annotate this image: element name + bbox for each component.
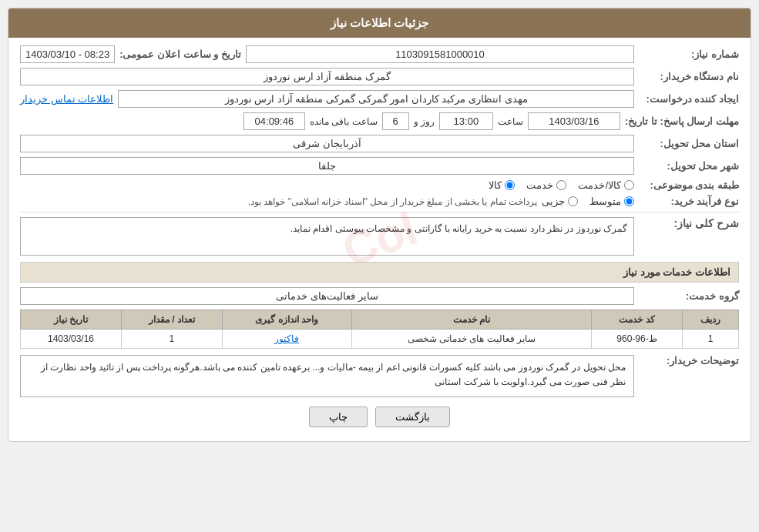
col-header-unit: واحد اندازه گیری <box>222 310 351 330</box>
main-container: جزئیات اطلاعات نیاز Col شماره نیاز: 1103… <box>8 8 751 442</box>
deadline-row: مهلت ارسال پاسخ: تا تاریخ: 1403/03/16 سا… <box>20 112 739 130</box>
content-area: Col شماره نیاز: 1103091581000010 تاریخ و… <box>8 38 751 441</box>
province-label: استان محل تحویل: <box>639 138 739 149</box>
deadline-time: 13:00 <box>439 112 493 130</box>
process-radio-group: متوسط جزیی <box>542 196 634 207</box>
category-row: طبقه بندی موضوعی: کالا/خدمت خدمت کالا <box>20 179 739 191</box>
services-table: ردیف کد خدمت نام خدمت واحد اندازه گیری ت… <box>20 309 739 349</box>
need-number-row: شماره نیاز: 1103091581000010 تاریخ و ساع… <box>20 45 739 63</box>
cell-row-num: 1 <box>682 330 738 349</box>
buyer-org-row: نام دستگاه خریدار: گمرک منطقه آزاد ارس ن… <box>20 68 739 85</box>
need-description-text: گمرک نوردوز در نظر دارد نسبت به خرید رای… <box>20 217 634 256</box>
cell-service-code: ط-96-960 <box>592 330 683 349</box>
category-radio-group: کالا/خدمت خدمت کالا <box>489 179 634 191</box>
category-label-goods: کالا <box>489 179 502 191</box>
deadline-days-label: روز و <box>414 116 435 127</box>
announce-label: تاریخ و ساعت اعلان عمومی: <box>119 49 241 60</box>
col-header-service-code: کد خدمت <box>592 310 683 330</box>
creator-row: ایجاد کننده درخواست: مهدی انتظاری مرکبد … <box>20 90 739 108</box>
category-label-service: خدمت <box>526 179 553 191</box>
cell-unit[interactable]: فاکتور <box>222 330 351 349</box>
process-radio-minor[interactable] <box>568 196 578 206</box>
creator-value: مهدی انتظاری مرکبد کاردان امور گمرکی گمر… <box>118 90 634 108</box>
service-group-value: سایر فعالیت‌های خدماتی <box>20 287 634 305</box>
need-number-value: 1103091581000010 <box>246 45 634 63</box>
col-header-date: تاریخ نیاز <box>21 310 122 330</box>
city-value: جلفا <box>20 157 634 175</box>
buyer-notes-row: توضیحات خریدار: محل تحویل در گمرک نوردوز… <box>20 355 739 397</box>
process-option-medium[interactable]: متوسط <box>589 196 634 207</box>
process-note: پرداخت تمام یا بخشی از مبلغ خریدار از مح… <box>248 196 537 207</box>
page-title: جزئیات اطلاعات نیاز <box>8 8 751 38</box>
buyer-notes-label: توضیحات خریدار: <box>639 355 739 366</box>
category-option-goods-services[interactable]: کالا/خدمت <box>578 179 634 191</box>
print-button[interactable]: چاپ <box>309 407 368 427</box>
deadline-days: 6 <box>382 112 409 130</box>
section-divider-1 <box>20 212 739 212</box>
services-section-title: اطلاعات خدمات مورد نیاز <box>20 262 739 283</box>
process-label: نوع فرآیند خرید: <box>639 196 739 207</box>
process-option-minor[interactable]: جزیی <box>542 196 578 207</box>
cell-date: 1403/03/16 <box>21 330 122 349</box>
need-description-section-title: شرح کلی نیاز: <box>639 217 739 229</box>
contact-link[interactable]: اطلاعات تماس خریدار <box>20 93 113 105</box>
deadline-label: مهلت ارسال پاسخ: تا تاریخ: <box>625 115 739 127</box>
service-group-label: گروه خدمت: <box>639 290 739 302</box>
category-radio-goods-services[interactable] <box>624 180 634 190</box>
col-header-service-name: نام خدمت <box>351 310 592 330</box>
need-number-label: شماره نیاز: <box>639 49 739 60</box>
remaining-time: 04:09:46 <box>243 112 305 130</box>
col-header-row-num: ردیف <box>682 310 738 330</box>
city-label: شهر محل تحویل: <box>639 160 739 172</box>
category-radio-goods[interactable] <box>505 180 515 190</box>
need-description-row: شرح کلی نیاز: گمرک نوردوز در نظر دارد نس… <box>20 217 739 256</box>
table-header-row: ردیف کد خدمت نام خدمت واحد اندازه گیری ت… <box>21 310 739 330</box>
buyer-org-value: گمرک منطقه آزاد ارس نوردوز <box>20 68 634 85</box>
category-option-goods[interactable]: کالا <box>489 179 515 191</box>
creator-label: ایجاد کننده درخواست: <box>639 93 739 105</box>
buyer-notes-text: محل تحویل در گمرک نوردوز می باشد کلیه کس… <box>20 355 634 397</box>
process-radio-medium[interactable] <box>624 196 634 206</box>
category-radio-service[interactable] <box>556 180 566 190</box>
deadline-date: 1403/03/16 <box>528 112 620 130</box>
table-row: 1 ط-96-960 سایر فعالیت های خدماتی شخصی ف… <box>21 330 739 349</box>
province-row: استان محل تحویل: آذربایجان شرقی <box>20 135 739 152</box>
city-row: شهر محل تحویل: جلفا <box>20 157 739 175</box>
category-label: طبقه بندی موضوعی: <box>639 179 739 191</box>
category-label-goods-services: کالا/خدمت <box>578 179 621 191</box>
col-header-quantity: تعداد / مقدار <box>121 310 222 330</box>
process-type-row: نوع فرآیند خرید: متوسط جزیی پرداخت تمام … <box>20 196 739 207</box>
announce-value: 1403/03/10 - 08:23 <box>20 45 115 63</box>
page-wrapper: جزئیات اطلاعات نیاز Col شماره نیاز: 1103… <box>0 0 759 532</box>
province-value: آذربایجان شرقی <box>20 135 634 152</box>
deadline-time-label: ساعت <box>498 116 523 127</box>
buttons-row: بازگشت چاپ <box>20 407 739 427</box>
process-label-minor: جزیی <box>542 196 565 207</box>
cell-quantity: 1 <box>121 330 222 349</box>
service-group-row: گروه خدمت: سایر فعالیت‌های خدماتی <box>20 287 739 305</box>
cell-service-name: سایر فعالیت های خدماتی شخصی <box>351 330 592 349</box>
back-button[interactable]: بازگشت <box>375 407 450 427</box>
remaining-label: ساعت باقی مانده <box>310 116 378 127</box>
buyer-org-label: نام دستگاه خریدار: <box>639 71 739 82</box>
category-option-service[interactable]: خدمت <box>526 179 566 191</box>
process-label-medium: متوسط <box>589 196 621 207</box>
